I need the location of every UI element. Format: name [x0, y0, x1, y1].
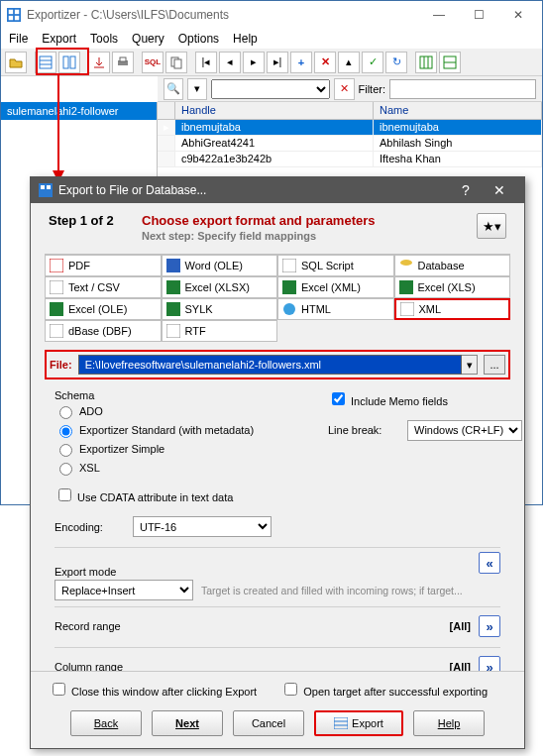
favorites-button[interactable]: ★▾ — [477, 213, 506, 239]
dialog-close-button[interactable]: ✕ — [483, 182, 516, 198]
prev-icon[interactable]: ◂ — [219, 52, 241, 73]
format-grid: PDF Word (OLE) SQL Script Database Text … — [45, 254, 510, 342]
back-button[interactable]: Back — [70, 710, 142, 736]
maximize-button[interactable]: ☐ — [461, 5, 496, 25]
line-break-select[interactable]: Windows (CR+LF) — [407, 420, 522, 441]
fmt-sylk[interactable]: SYLK — [162, 298, 278, 320]
view2-icon[interactable] — [439, 52, 461, 73]
schema-ado[interactable]: ADO — [54, 403, 103, 419]
filter-field-select[interactable] — [211, 79, 330, 99]
menu-tools[interactable]: Tools — [90, 32, 118, 46]
print-icon[interactable] — [112, 52, 134, 73]
find-icon[interactable]: 🔍 — [164, 78, 183, 100]
app-icon — [7, 8, 21, 22]
fmt-xml[interactable]: XML — [394, 298, 511, 320]
format-subheading: Next step: Specify field mappings — [142, 230, 477, 242]
encoding-select[interactable]: UTF-16 — [133, 516, 272, 537]
close-button[interactable]: ✕ — [500, 5, 536, 25]
view1-icon[interactable] — [415, 52, 437, 73]
filter-label: Filter: — [359, 83, 386, 95]
sql-icon[interactable]: SQL — [142, 52, 164, 73]
svg-rect-28 — [166, 280, 180, 294]
browse-button[interactable]: ... — [484, 355, 505, 375]
include-memo-checkbox[interactable]: Include Memo fields — [328, 395, 448, 407]
file-dropdown[interactable]: ▾ — [462, 355, 478, 375]
menu-query[interactable]: Query — [132, 32, 164, 46]
grid1-icon[interactable] — [35, 52, 56, 73]
mode-first-button[interactable]: « — [479, 552, 500, 574]
grid2-icon[interactable] — [58, 52, 80, 73]
menu-export[interactable]: Export — [42, 32, 76, 46]
export-button[interactable]: Export — [314, 710, 403, 736]
menubar: File Export Tools Query Options Help — [1, 29, 542, 49]
schema-xsl[interactable]: XSL — [54, 460, 100, 476]
delete-icon[interactable]: ✕ — [314, 52, 336, 73]
row-marker-col — [158, 102, 175, 119]
fmt-csv[interactable]: Text / CSV — [45, 276, 162, 298]
record-range-label: Record range — [54, 620, 193, 632]
record-range-button[interactable]: » — [479, 615, 500, 637]
filter-input[interactable] — [389, 79, 536, 99]
minimize-button[interactable]: — — [421, 5, 457, 25]
svg-rect-32 — [166, 302, 180, 316]
fmt-html[interactable]: HTML — [277, 298, 394, 320]
svg-rect-29 — [282, 280, 296, 294]
export-icon[interactable] — [88, 52, 110, 73]
encoding-label: Encoding: — [54, 521, 103, 533]
edit-icon[interactable]: ▴ — [338, 52, 360, 73]
open-icon[interactable] — [5, 52, 27, 73]
fmt-rtf[interactable]: RTF — [162, 320, 278, 342]
open-after-checkbox[interactable]: Open target after successful exporting — [280, 680, 488, 699]
apply-icon[interactable]: ✓ — [362, 52, 383, 73]
first-icon[interactable]: |◂ — [195, 52, 217, 73]
fmt-dbf[interactable]: dBase (DBF) — [45, 320, 162, 342]
fmt-xls[interactable]: Excel (XLS) — [394, 276, 511, 298]
col-name[interactable]: Name — [374, 102, 542, 119]
svg-rect-34 — [400, 302, 414, 316]
last-icon[interactable]: ▸| — [267, 52, 288, 73]
export-mode-select[interactable]: Replace+Insert — [54, 580, 193, 600]
add-icon[interactable]: + — [290, 52, 312, 73]
next-icon[interactable]: ▸ — [243, 52, 265, 73]
dialog-help-button[interactable]: ? — [449, 182, 483, 198]
svg-rect-3 — [9, 16, 13, 20]
table-row[interactable]: ▸ibnemujtabaibnemujtaba — [158, 120, 542, 136]
filter-clear-icon[interactable]: ✕ — [334, 78, 354, 100]
cdata-checkbox[interactable]: Use CDATA attribute in text data — [54, 486, 233, 504]
svg-rect-35 — [50, 324, 63, 338]
window-title: Exportizer - C:\Users\ILFS\Documents — [27, 8, 421, 22]
svg-rect-31 — [50, 302, 63, 316]
find-down-icon[interactable]: ▾ — [187, 78, 207, 100]
menu-file[interactable]: File — [9, 32, 28, 46]
fmt-excel-xml[interactable]: Excel (XML) — [277, 276, 394, 298]
fmt-pdf[interactable]: PDF — [45, 255, 162, 276]
sidebar-item[interactable]: sulemanelahi2-follower — [1, 102, 157, 120]
col-handle[interactable]: Handle — [175, 102, 374, 119]
file-path-input[interactable]: E:\Ilovefreesoftware\sulemanelahi2-follo… — [78, 355, 462, 375]
svg-rect-1 — [9, 10, 13, 14]
filter-bar: 🔍 ▾ ✕ Filter: — [158, 76, 542, 102]
close-after-checkbox[interactable]: Close this window after clicking Export — [49, 680, 257, 699]
refresh-icon[interactable]: ↻ — [385, 52, 407, 73]
record-range-row: Record range [All] » — [54, 606, 500, 641]
copy-icon[interactable] — [165, 52, 187, 73]
file-row: File: E:\Ilovefreesoftware\sulemanelahi2… — [45, 350, 510, 379]
cancel-button[interactable]: Cancel — [233, 710, 304, 736]
menu-options[interactable]: Options — [178, 32, 219, 46]
fmt-database[interactable]: Database — [394, 255, 511, 276]
dialog-title: Export to File or Database... — [58, 183, 449, 197]
schema-exportizer-simple[interactable]: Exportizer Simple — [54, 441, 164, 457]
fmt-sql[interactable]: SQL Script — [277, 255, 394, 276]
svg-rect-27 — [50, 280, 63, 294]
schema-exportizer-std[interactable]: Exportizer Standard (with metadata) — [54, 422, 254, 438]
svg-rect-30 — [399, 280, 413, 294]
table-row[interactable]: c9b422a1e3b242bIftesha Khan — [158, 152, 542, 167]
fmt-xlsx[interactable]: Excel (XLSX) — [162, 276, 278, 298]
help-button[interactable]: Help — [413, 710, 485, 736]
menu-help[interactable]: Help — [233, 32, 258, 46]
dialog-titlebar: Export to File or Database... ? ✕ — [31, 177, 524, 203]
fmt-excel-ole[interactable]: Excel (OLE) — [45, 298, 162, 320]
next-button[interactable]: Next — [152, 710, 223, 736]
table-row[interactable]: AbhiGreat4241Abhilash Singh — [158, 136, 542, 152]
fmt-word-ole[interactable]: Word (OLE) — [162, 255, 278, 276]
